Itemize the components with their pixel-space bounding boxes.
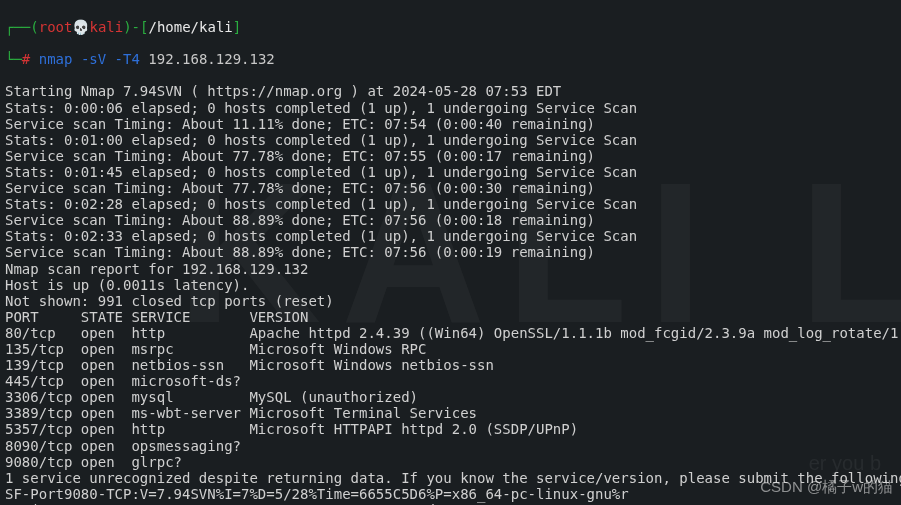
prompt-cwd: /home/kali <box>148 19 232 35</box>
prompt-line-1: ┌──(root💀kali)-[/home/kali] <box>5 19 896 35</box>
prompt-user: root <box>39 19 73 35</box>
skull-icon: 💀 <box>72 19 89 35</box>
watermark: CSDN @橘子w的猫 <box>760 478 893 495</box>
nmap-output: Starting Nmap 7.94SVN ( https://nmap.org… <box>5 83 896 505</box>
command-args: -sV -T4 <box>81 51 140 67</box>
prompt-hash: # <box>22 51 30 67</box>
prompt-host: kali <box>89 19 123 35</box>
command: nmap <box>39 51 73 67</box>
prompt-line-2: └─# nmap -sV -T4 192.168.129.132 <box>5 51 896 67</box>
command-target: 192.168.129.132 <box>148 51 274 67</box>
terminal-output[interactable]: ┌──(root💀kali)-[/home/kali] └─# nmap -sV… <box>5 3 896 505</box>
